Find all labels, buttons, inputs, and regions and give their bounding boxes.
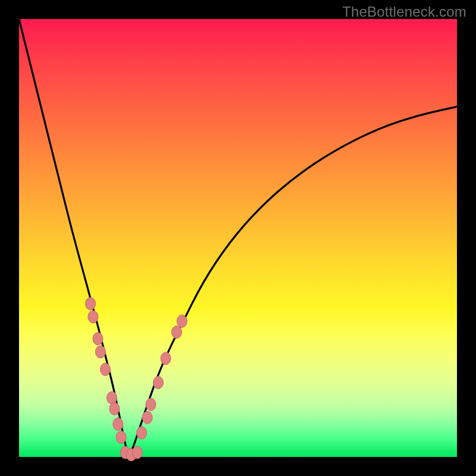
data-marker: [107, 392, 117, 404]
data-marker: [146, 398, 156, 411]
data-marker: [142, 411, 152, 424]
data-marker: [161, 352, 171, 365]
data-marker: [172, 326, 182, 339]
data-marker: [154, 376, 164, 389]
data-marker: [116, 431, 126, 443]
data-marker: [132, 446, 142, 459]
data-marker: [88, 311, 98, 323]
data-marker: [101, 363, 111, 375]
bottleneck-curve: [19, 19, 457, 454]
data-marker: [93, 333, 103, 345]
chart-frame: TheBottleneck.com: [0, 0, 476, 476]
watermark-label: TheBottleneck.com: [342, 4, 466, 20]
data-marker: [113, 418, 123, 430]
data-marker: [137, 427, 147, 439]
plot-area: [19, 19, 457, 457]
chart-svg: [19, 19, 457, 457]
data-marker: [109, 403, 120, 415]
data-marker: [86, 298, 96, 310]
data-marker: [177, 315, 187, 327]
data-marker: [95, 346, 105, 358]
